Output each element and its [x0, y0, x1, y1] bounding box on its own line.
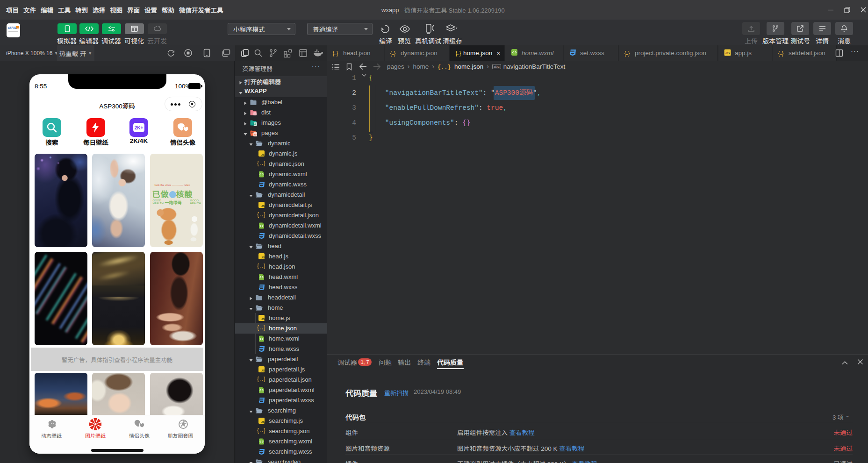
svg-text:JS: JS [725, 51, 730, 55]
svg-text:JS: JS [261, 256, 265, 259]
svg-text:JS: JS [261, 420, 265, 423]
svg-text:JS: JS [261, 153, 265, 156]
svg-text:JS: JS [261, 369, 265, 372]
svg-text:JS: JS [261, 318, 265, 321]
svg-text:JS: JS [261, 205, 265, 207]
